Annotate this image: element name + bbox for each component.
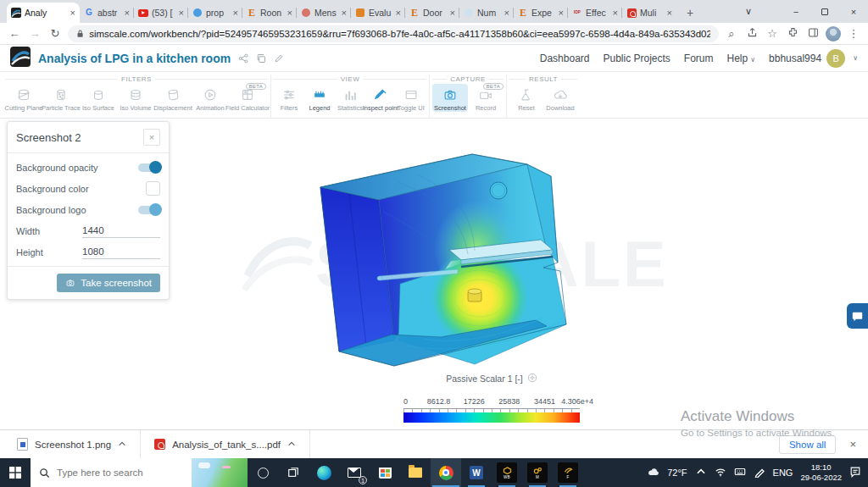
forward-icon[interactable]: → xyxy=(27,27,42,40)
pen-icon[interactable] xyxy=(754,466,765,479)
share-project-icon[interactable] xyxy=(238,53,248,64)
tab-close-icon[interactable]: × xyxy=(613,8,618,18)
tab-evalu[interactable]: Evalu × xyxy=(351,3,405,23)
toolbar-item-download[interactable]: Download xyxy=(543,84,577,112)
nav-public-projects[interactable]: Public Projects xyxy=(603,53,670,64)
toolbar-item-reset[interactable]: Reset xyxy=(509,84,543,112)
download-item-screenshot[interactable]: Screenshot 1.png xyxy=(3,430,141,458)
tab-expe[interactable]: E Expe × xyxy=(514,3,568,23)
tab-close-icon[interactable]: × xyxy=(342,8,347,18)
tab-close-icon[interactable]: × xyxy=(396,8,401,18)
taskbar-app-explorer[interactable] xyxy=(400,458,431,487)
touch-keyboard-icon[interactable] xyxy=(734,466,746,479)
start-button[interactable] xyxy=(0,458,31,487)
extensions-icon[interactable] xyxy=(785,27,800,41)
maximize-button[interactable] xyxy=(810,0,839,23)
downloads-close-icon[interactable]: × xyxy=(849,438,856,451)
toolbar-item-displacement[interactable]: Displacement xyxy=(154,84,192,112)
zoom-icon[interactable]: ⌕ xyxy=(724,27,739,41)
taskbar-app-ansys-fluent[interactable]: F xyxy=(553,458,583,487)
temperature-text[interactable]: 72°F xyxy=(667,468,687,478)
reload-icon[interactable]: ↻ xyxy=(47,27,63,40)
edit-title-pencil-icon[interactable] xyxy=(274,53,284,64)
omnibox[interactable]: simscale.com/workbench/?pid=524957465953… xyxy=(68,25,719,42)
background-logo-toggle[interactable] xyxy=(138,206,160,214)
chat-widget-button[interactable] xyxy=(847,303,868,329)
background-color-swatch[interactable] xyxy=(146,181,160,196)
tab-muli[interactable]: Muli × xyxy=(622,3,676,23)
toolbar-item-inspect-point[interactable]: Inspect point xyxy=(365,84,396,112)
copy-project-icon[interactable] xyxy=(256,53,266,64)
width-input[interactable] xyxy=(82,224,160,238)
toolbar-item-record[interactable]: BETA Record xyxy=(468,84,504,112)
nav-help[interactable]: Help∨ xyxy=(727,53,756,64)
tab-close-icon[interactable]: × xyxy=(125,8,130,18)
cortana-button[interactable] xyxy=(248,458,278,487)
tab-door[interactable]: E Door × xyxy=(405,3,459,23)
action-center-icon[interactable] xyxy=(849,466,861,479)
tab-mens[interactable]: Mens × xyxy=(297,3,351,23)
tab-close-icon[interactable]: × xyxy=(70,8,75,18)
tab-close-icon[interactable]: × xyxy=(287,8,292,18)
browser-menu-kebab-icon[interactable]: ⋮ xyxy=(846,27,861,40)
toolbar-item-iso-volume[interactable]: Iso Volume xyxy=(117,84,154,112)
task-view-button[interactable] xyxy=(278,458,309,487)
wifi-icon[interactable] xyxy=(715,466,726,479)
toolbar-item-cutting-plane[interactable]: Cutting Plane xyxy=(5,84,42,112)
tab-close-icon[interactable]: × xyxy=(559,8,564,18)
tab-simscale[interactable]: Analy × xyxy=(7,3,80,23)
search-input[interactable] xyxy=(57,468,159,478)
new-tab-button[interactable]: + xyxy=(680,3,700,23)
tab-close-icon[interactable]: × xyxy=(504,8,509,18)
tab-num[interactable]: Num × xyxy=(459,3,514,23)
nav-forum[interactable]: Forum xyxy=(684,53,714,64)
tab-close-icon[interactable]: × xyxy=(450,8,455,18)
toolbar-item-statistics[interactable]: Statistics xyxy=(335,84,365,112)
sidebar-icon[interactable] xyxy=(805,27,821,41)
weather-widget-image[interactable] xyxy=(192,458,248,487)
weather-cloud-icon[interactable] xyxy=(648,466,659,479)
tab-close-icon[interactable]: × xyxy=(667,8,672,18)
download-item-pdf[interactable]: Analysis_of_tank_s....pdf xyxy=(141,430,310,458)
share-icon[interactable] xyxy=(744,27,760,41)
bookmark-star-icon[interactable]: ☆ xyxy=(765,27,780,40)
tab-close-icon[interactable]: × xyxy=(179,8,184,18)
legend-settings-gear-icon[interactable] xyxy=(527,373,537,385)
taskbar-app-ansys-wb[interactable]: WB xyxy=(492,458,522,487)
tab-roon[interactable]: E Roon × xyxy=(242,3,297,23)
take-screenshot-button[interactable]: Take screenshot xyxy=(57,274,160,292)
toolbar-item-field-calculator[interactable]: BETA Field Calculator xyxy=(229,84,266,112)
toolbar-item-particle-trace[interactable]: Particle Trace xyxy=(42,84,80,112)
taskbar-app-ansys-mechanical[interactable]: M xyxy=(522,458,553,487)
minimize-button[interactable]: − xyxy=(782,0,810,23)
close-window-button[interactable]: × xyxy=(839,0,868,23)
nav-dashboard[interactable]: Dashboard xyxy=(540,53,590,64)
chevron-up-icon[interactable] xyxy=(118,440,126,450)
user-menu[interactable]: bbhusal994 B ∨ xyxy=(769,49,858,68)
toolbar-item-toggle-ui[interactable]: Toggle UI xyxy=(396,84,426,112)
tab-abstr[interactable]: G abstr × xyxy=(80,3,134,23)
taskbar-app-mail[interactable]: 1 xyxy=(339,458,370,487)
show-all-button[interactable]: Show all xyxy=(779,435,836,454)
clock[interactable]: 18:10 29-06-2022 xyxy=(800,462,842,483)
toolbar-item-iso-surface[interactable]: Iso Surface xyxy=(80,84,117,112)
chevron-up-icon[interactable] xyxy=(287,440,296,450)
toolbar-item-animation[interactable]: Animation xyxy=(192,84,229,112)
tab-effec[interactable]: IOP Effec × xyxy=(568,3,622,23)
browser-profile-avatar[interactable] xyxy=(826,26,841,42)
dialog-close-button[interactable]: × xyxy=(143,129,160,146)
taskbar-app-word[interactable]: W xyxy=(461,458,492,487)
taskbar-app-edge[interactable] xyxy=(309,458,339,487)
tab-search-chevron-icon[interactable]: ∨ xyxy=(734,0,763,23)
hidden-icons-chevron[interactable] xyxy=(695,466,707,479)
tab-prop[interactable]: prop × xyxy=(188,3,242,23)
tab-close-icon[interactable]: × xyxy=(233,8,238,18)
back-icon[interactable]: ← xyxy=(7,27,22,40)
height-input[interactable] xyxy=(82,245,160,259)
toolbar-item-legend[interactable]: Legend xyxy=(304,84,335,112)
taskbar-app-store[interactable] xyxy=(370,458,400,487)
taskbar-app-chrome[interactable] xyxy=(431,458,461,487)
toolbar-item-screenshot[interactable]: Screenshot xyxy=(432,84,468,112)
toolbar-item-filters[interactable]: Filters xyxy=(274,84,304,112)
language-indicator[interactable]: ENG xyxy=(773,468,793,478)
